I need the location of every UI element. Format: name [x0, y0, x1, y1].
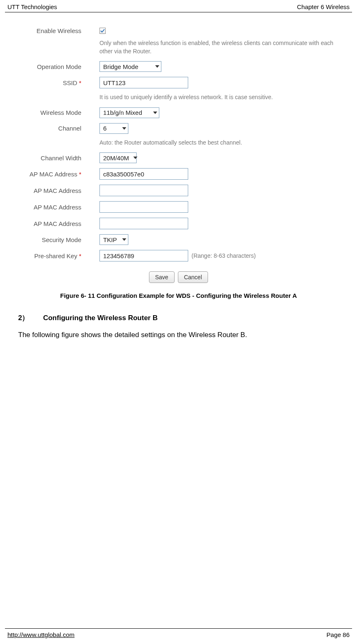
ssid-label: SSID*	[17, 79, 85, 86]
enable-wireless-label: Enable Wireless	[17, 27, 85, 34]
wireless-mode-label: Wireless Mode	[17, 109, 85, 116]
enable-wireless-help: Only when the wireless function is enabl…	[85, 39, 340, 55]
channel-width-label: Channel Width	[17, 154, 85, 162]
psk-label: Pre-shared Key*	[17, 252, 85, 259]
figure-caption: Figure 6- 11 Configuration Example for W…	[17, 292, 340, 299]
psk-range: (Range: 8-63 characters)	[192, 252, 256, 259]
channel-select[interactable]: 6	[99, 123, 128, 134]
row-ap-mac-4: AP MAC Address	[17, 218, 340, 229]
required-asterisk-icon: *	[79, 252, 81, 259]
ssid-help: It is used to uniquely identify a wirele…	[85, 93, 273, 102]
ap-mac-4-input[interactable]	[99, 218, 188, 229]
security-mode-label: Security Mode	[17, 236, 85, 243]
row-ap-mac-2: AP MAC Address	[17, 185, 340, 196]
row-channel-help: Auto: the Router automatically selects t…	[17, 139, 340, 147]
row-ssid: SSID*	[17, 77, 340, 88]
operation-mode-label: Operation Mode	[17, 63, 85, 70]
channel-width-value: 20M/40M	[103, 154, 129, 162]
chevron-down-icon	[122, 238, 126, 241]
chevron-down-icon	[122, 127, 126, 130]
header-left: UTT Technologies	[7, 3, 57, 10]
ssid-input[interactable]	[99, 77, 188, 88]
channel-help: Auto: the Router automatically selects t…	[85, 139, 242, 147]
row-wireless-mode: Wireless Mode 11b/g/n Mixed	[17, 107, 340, 118]
row-enable-help: Only when the wireless function is enabl…	[17, 39, 340, 55]
channel-width-select[interactable]: 20M/40M	[99, 152, 137, 163]
cancel-button[interactable]: Cancel	[178, 271, 208, 283]
save-button[interactable]: Save	[149, 271, 175, 283]
ap-mac-4-label: AP MAC Address	[17, 220, 85, 227]
ap-mac-3-label: AP MAC Address	[17, 204, 85, 211]
section-body: The following figure shows the detailed …	[17, 331, 340, 339]
page-header: UTT Technologies Chapter 6 Wireless	[0, 0, 357, 12]
row-security-mode: Security Mode TKIP	[17, 234, 340, 245]
operation-mode-select[interactable]: Bridge Mode	[99, 61, 161, 72]
page-content: Enable Wireless Only when the wireless f…	[0, 12, 357, 339]
footer-page: Page 86	[326, 631, 350, 638]
wireless-mode-select[interactable]: 11b/g/n Mixed	[99, 107, 159, 118]
ap-mac-1-label: AP MAC Address*	[17, 171, 85, 178]
chevron-down-icon	[133, 157, 137, 159]
ap-mac-3-input[interactable]	[99, 201, 188, 213]
required-asterisk-icon: *	[79, 171, 81, 178]
row-channel: Channel 6	[17, 123, 340, 134]
enable-wireless-checkbox[interactable]	[99, 28, 106, 34]
config-form: Enable Wireless Only when the wireless f…	[17, 22, 340, 283]
ap-mac-2-input[interactable]	[99, 185, 188, 196]
button-row: Save Cancel	[17, 271, 340, 283]
row-operation-mode: Operation Mode Bridge Mode	[17, 61, 340, 72]
channel-value: 6	[103, 125, 106, 132]
chevron-down-icon	[155, 65, 159, 68]
footer-divider	[5, 628, 352, 629]
row-enable-wireless: Enable Wireless	[17, 27, 340, 34]
chevron-down-icon	[153, 112, 157, 114]
psk-input[interactable]	[99, 250, 188, 261]
checkmark-icon	[100, 29, 105, 33]
ap-mac-2-label: AP MAC Address	[17, 187, 85, 194]
operation-mode-value: Bridge Mode	[103, 63, 138, 70]
channel-label: Channel	[17, 125, 85, 132]
security-mode-value: TKIP	[103, 236, 117, 243]
security-mode-select[interactable]: TKIP	[99, 234, 128, 245]
row-psk: Pre-shared Key* (Range: 8-63 characters)	[17, 250, 340, 261]
wireless-mode-value: 11b/g/n Mixed	[103, 109, 142, 116]
header-right: Chapter 6 Wireless	[297, 3, 350, 10]
row-ssid-help: It is used to uniquely identify a wirele…	[17, 93, 340, 102]
row-channel-width: Channel Width 20M/40M	[17, 152, 340, 163]
footer-link[interactable]: http://www.uttglobal.com	[7, 631, 75, 638]
ap-mac-1-input[interactable]	[99, 168, 188, 180]
section-heading: 2） Configuring the Wireless Router B	[17, 313, 340, 323]
row-ap-mac-3: AP MAC Address	[17, 201, 340, 213]
page-footer: http://www.uttglobal.com Page 86	[0, 628, 357, 638]
row-ap-mac-1: AP MAC Address*	[17, 168, 340, 180]
required-asterisk-icon: *	[79, 79, 81, 86]
